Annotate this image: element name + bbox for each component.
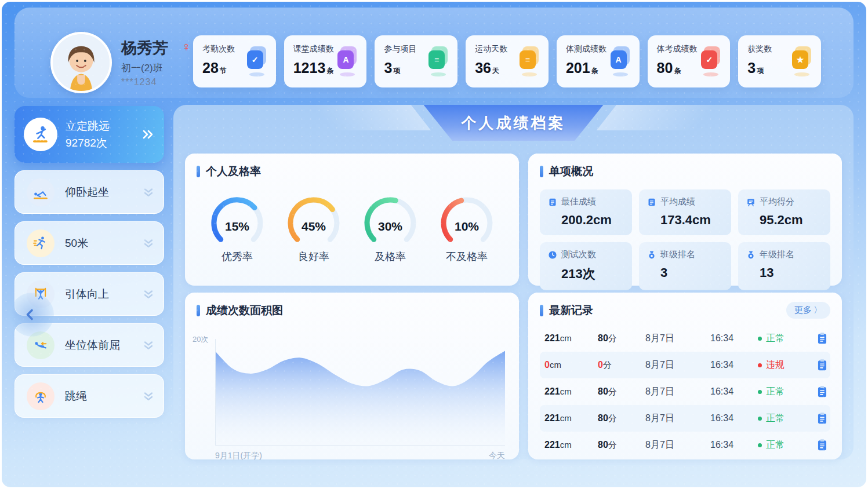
records-list: 221cm 80分 8月7日 16:34 正常 0cm 0分 8月7日 16:3… — [540, 325, 830, 458]
overview-tile: 测试次数 213次 — [540, 242, 632, 290]
record-distance: 221cm — [544, 333, 598, 344]
distance-number: 221 — [544, 333, 560, 343]
stat-icon-glyph: ✓ — [247, 50, 263, 69]
score-unit: 分 — [608, 440, 617, 450]
overview-tile: 平均成绩 173.4cm — [639, 189, 731, 235]
chevron-double-down-icon — [143, 238, 154, 249]
stat-card: 体考成绩数 80条 ✓ — [648, 35, 731, 87]
tile-value: 213次 — [561, 265, 624, 283]
more-records-button[interactable]: 更多〉 — [786, 302, 830, 319]
pass-rate-card: 个人及格率 15% 优秀率 45% 良好率 — [185, 154, 519, 286]
record-distance: 221cm — [544, 413, 598, 424]
gauge-value: 10% — [432, 220, 502, 233]
record-distance: 221cm — [544, 386, 598, 397]
score-unit: 分 — [603, 360, 612, 370]
stat-number: 1213 — [293, 60, 326, 76]
stat-icon-glyph: ★ — [792, 50, 808, 69]
more-arrow-icon: 〉 — [813, 305, 822, 316]
awards-medal-icon: ★ — [792, 49, 811, 69]
stat-unit: 天 — [492, 67, 499, 75]
section-bar-decoration — [540, 166, 543, 177]
record-time: 16:34 — [710, 386, 758, 397]
tile-header: 班级排名 — [647, 249, 723, 260]
best-score-icon — [548, 198, 557, 207]
score-number: 0 — [598, 360, 603, 370]
stat-card: 体测成绩数 201条 A — [557, 35, 640, 87]
record-row: 221cm 80分 8月7日 16:34 正常 — [540, 432, 830, 458]
status-dot-icon — [758, 363, 762, 367]
gauges-row: 15% 优秀率 45% 良好率 30% 及格率 — [185, 179, 519, 264]
record-detail-clipboard-icon[interactable] — [816, 332, 829, 345]
score-unit: 分 — [608, 386, 617, 396]
stat-icon-glyph: ≡ — [428, 50, 445, 69]
distance-unit: cm — [560, 440, 572, 450]
overview-title: 单项概况 — [549, 164, 593, 179]
sidebar-item[interactable]: 仰卧起坐 — [14, 170, 164, 214]
panel-banner: 个人成绩档案 — [424, 105, 604, 141]
tile-header: 测试次数 — [548, 249, 624, 260]
tile-label: 班级排名 — [660, 249, 695, 260]
distance-unit: cm — [560, 333, 572, 343]
stat-card: 运动天数 36天 ≡ — [466, 35, 549, 87]
banner-left-decoration — [312, 105, 430, 130]
chevron-double-down-icon — [143, 187, 154, 198]
attendance-calendar-icon: ✓ — [247, 49, 266, 69]
more-label: 更多 — [794, 305, 812, 316]
sidebar-item-standing-long-jump-active[interactable]: 立定跳远 92782次 — [14, 106, 164, 163]
pass-rate-header: 个人及格率 — [185, 154, 519, 179]
dashboard-page: 杨秀芳 ♀ 初一(2)班 ***1234 考勤次数 28节 ✓ 课堂成绩数 12… — [0, 0, 868, 489]
x-axis-start-label: 9月1日(开学) — [215, 451, 262, 461]
record-date: 8月7日 — [645, 413, 710, 425]
header-stats-row: 考勤次数 28节 ✓ 课堂成绩数 1213条 A 参与项目 3项 — [193, 35, 821, 87]
records-title: 最新记录 — [549, 303, 593, 318]
record-detail-clipboard-icon[interactable] — [816, 359, 829, 371]
section-bar-decoration — [197, 305, 200, 316]
overview-tile: 最佳成绩 200.2cm — [540, 189, 632, 235]
class-rank-icon — [647, 250, 656, 260]
gauge: 15% 优秀率 — [202, 193, 272, 264]
overview-tile: 年级排名 13 — [738, 242, 830, 290]
gauge-label: 优秀率 — [202, 250, 272, 264]
stat-unit: 项 — [757, 67, 764, 75]
avatar — [50, 32, 112, 93]
record-time: 16:34 — [710, 360, 758, 370]
status-dot-icon — [758, 390, 762, 394]
area-chart-card: 成绩次数面积图 20次 9月1日(开学) 今天 — [185, 293, 519, 459]
stat-number: 28 — [202, 60, 219, 76]
sidebar-item[interactable]: 跳绳 — [14, 374, 164, 418]
record-detail-clipboard-icon[interactable] — [816, 439, 829, 451]
score-number: 80 — [598, 413, 608, 423]
collapse-sidebar-button[interactable] — [10, 293, 54, 337]
stat-unit: 项 — [393, 67, 400, 75]
chevron-double-down-icon — [143, 391, 154, 402]
record-row: 221cm 80分 8月7日 16:34 正常 — [540, 325, 830, 352]
fitness-test-doc-icon: A — [611, 49, 629, 69]
tile-value: 173.4cm — [660, 213, 723, 228]
record-detail-clipboard-icon[interactable] — [816, 385, 829, 398]
student-name: 杨秀芳 — [121, 38, 168, 59]
stat-icon-glyph: ✓ — [701, 50, 717, 69]
header-card: 杨秀芳 ♀ 初一(2)班 ***1234 考勤次数 28节 ✓ 课堂成绩数 12… — [14, 8, 854, 98]
area-chart-header: 成绩次数面积图 — [185, 293, 519, 318]
distance-number: 221 — [544, 386, 560, 396]
score-unit: 分 — [608, 333, 617, 343]
distance-number: 221 — [544, 413, 560, 423]
test-count-icon — [548, 250, 557, 260]
active-item-label: 立定跳远 — [66, 118, 110, 134]
record-status-badge: 违规 — [758, 359, 816, 371]
record-time: 16:34 — [710, 440, 758, 450]
x-axis-end-label: 今天 — [489, 451, 505, 461]
area-chart-plot: 20次 — [215, 339, 505, 446]
stat-unit: 条 — [674, 67, 681, 75]
active-item-text: 立定跳远 92782次 — [66, 118, 110, 152]
score-number: 80 — [598, 333, 608, 343]
sports-sidebar: 立定跳远 92782次 仰卧起坐 50米 — [14, 106, 164, 418]
record-detail-clipboard-icon[interactable] — [816, 412, 829, 425]
sidebar-item[interactable]: 50米 — [14, 221, 164, 265]
gauge: 45% 良好率 — [279, 193, 348, 264]
score-unit: 分 — [608, 413, 617, 423]
sidebar-item-label: 坐位体前屈 — [65, 338, 120, 353]
record-status-badge: 正常 — [758, 333, 816, 345]
stat-unit: 条 — [326, 67, 333, 75]
sprint-50m-icon — [27, 229, 55, 257]
